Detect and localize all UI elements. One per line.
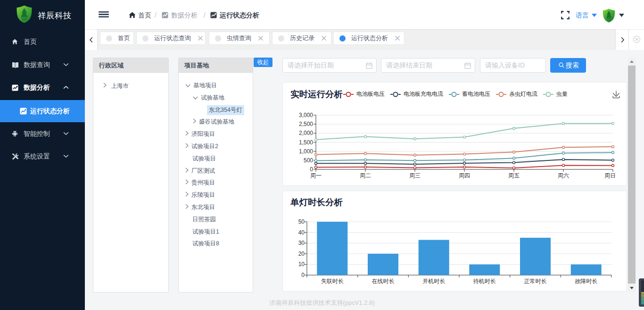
svg-text:周四: 周四 <box>459 172 470 179</box>
svg-text:正常时长: 正常时长 <box>524 278 547 285</box>
svg-text:0: 0 <box>310 166 313 173</box>
svg-text:1,500: 1,500 <box>299 139 313 146</box>
svg-text:开机时长: 开机时长 <box>422 278 445 285</box>
svg-text:周五: 周五 <box>508 172 520 179</box>
svg-text:40: 40 <box>298 229 305 236</box>
svg-text:周六: 周六 <box>558 172 569 179</box>
svg-text:500: 500 <box>304 157 313 164</box>
svg-text:20: 20 <box>298 251 305 257</box>
svg-text:周日: 周日 <box>604 172 616 179</box>
svg-text:10: 10 <box>298 261 305 268</box>
svg-text:待机时长: 待机时长 <box>473 278 496 285</box>
svg-text:30: 30 <box>298 240 305 246</box>
svg-text:失联时长: 失联时长 <box>321 278 344 285</box>
svg-text:周二: 周二 <box>360 172 371 179</box>
svg-text:0: 0 <box>301 272 305 278</box>
svg-text:周三: 周三 <box>409 172 421 179</box>
svg-text:3,000: 3,000 <box>299 112 313 118</box>
svg-text:故障时长: 故障时长 <box>575 278 597 285</box>
svg-text:2,500: 2,500 <box>299 121 313 127</box>
svg-text:在线时长: 在线时长 <box>372 278 395 285</box>
svg-text:周一: 周一 <box>310 172 322 179</box>
svg-text:2,000: 2,000 <box>299 130 313 136</box>
svg-text:50: 50 <box>298 218 305 225</box>
svg-text:1,000: 1,000 <box>299 148 313 155</box>
